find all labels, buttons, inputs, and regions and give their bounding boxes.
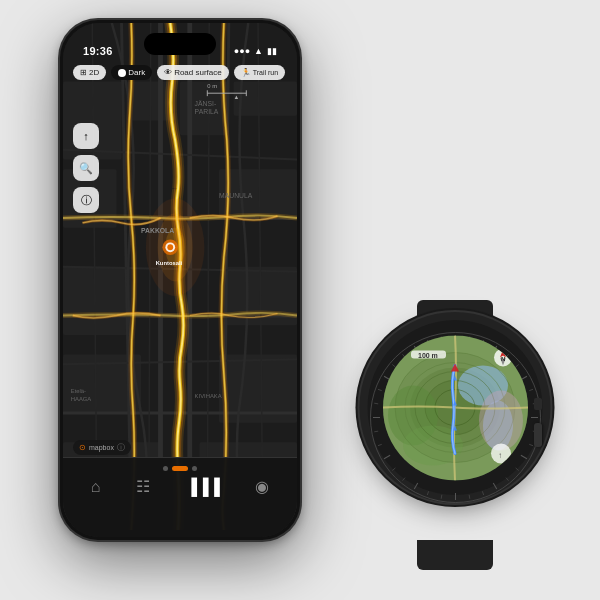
watch-screen: 100 m N ↑ xyxy=(383,335,528,480)
road-icon: 👁 xyxy=(164,68,172,77)
tab-location[interactable]: ◉ xyxy=(255,477,269,496)
location-icon: ◉ xyxy=(255,477,269,496)
svg-rect-7 xyxy=(63,267,131,335)
svg-text:MAUNULA: MAUNULA xyxy=(219,192,253,199)
watch-crown xyxy=(534,423,542,447)
svg-text:100 m: 100 m xyxy=(418,351,438,358)
battery-icon: ▮▮ xyxy=(267,46,277,56)
tab-dot-2 xyxy=(172,466,188,471)
info-circle: ⓘ xyxy=(117,442,125,453)
svg-line-70 xyxy=(482,491,483,495)
svg-line-79 xyxy=(377,389,381,390)
svg-line-53 xyxy=(493,483,497,489)
info-btn[interactable]: ⓘ xyxy=(73,187,99,213)
tab-calendar[interactable]: ☷ xyxy=(136,477,150,496)
status-time: 19:36 xyxy=(83,45,113,57)
tab-dots xyxy=(163,466,197,471)
search-icon: 🔍 xyxy=(79,162,93,175)
phone: 19:36 ●●● ▲ ▮▮ xyxy=(60,20,300,540)
scene: 19:36 ●●● ▲ ▮▮ xyxy=(40,20,560,580)
compass-btn[interactable]: ↑ xyxy=(73,123,99,149)
toolbar-trail[interactable]: 🏃 Trail run xyxy=(234,65,285,80)
watch-body: 100 m N ↑ xyxy=(368,320,543,495)
tab-dot-1 xyxy=(163,466,168,471)
watch: 100 m N ↑ xyxy=(350,310,560,560)
svg-line-67 xyxy=(529,444,533,445)
status-icons: ●●● ▲ ▮▮ xyxy=(234,46,277,56)
chart-icon: ▐▐▐ xyxy=(186,478,220,496)
watch-side-button xyxy=(534,398,542,410)
watch-band-bottom xyxy=(417,540,493,570)
svg-point-45 xyxy=(167,244,173,250)
svg-line-73 xyxy=(427,491,428,495)
toolbar-road[interactable]: 👁 Road surface xyxy=(157,65,229,80)
svg-text:HAAGA: HAAGA xyxy=(71,396,92,402)
svg-line-71 xyxy=(469,495,470,499)
watch-map-svg: 100 m N ↑ xyxy=(383,335,528,480)
svg-line-78 xyxy=(374,403,378,404)
trail-icon: 🏃 xyxy=(241,68,251,77)
tab-chart[interactable]: ▐▐▐ xyxy=(186,478,220,496)
toolbar-dark[interactable]: Dark xyxy=(111,65,152,80)
toolbar-2d[interactable]: ⊞ 2D xyxy=(73,65,106,80)
tab-dot-3 xyxy=(192,466,197,471)
wifi-icon: ▲ xyxy=(254,46,263,56)
map-controls: ↑ 🔍 ⓘ xyxy=(73,123,99,213)
phone-inner: 19:36 ●●● ▲ ▮▮ xyxy=(63,23,297,537)
svg-text:N: N xyxy=(501,355,505,361)
svg-text:Etelä-: Etelä- xyxy=(71,388,86,394)
svg-rect-4 xyxy=(234,82,297,116)
map-toolbar: ⊞ 2D Dark 👁 Road surface 🏃 Trail run xyxy=(63,65,297,80)
svg-line-55 xyxy=(414,483,418,489)
signal-icon: ●●● xyxy=(234,46,250,56)
svg-line-64 xyxy=(529,389,533,390)
tab-home[interactable]: ⌂ xyxy=(91,478,101,496)
svg-text:KIVIHAKA: KIVIHAKA xyxy=(195,393,222,399)
svg-text:PAKKOLA: PAKKOLA xyxy=(141,227,174,234)
tab-bar: ⌂ ☷ ▐▐▐ ◉ xyxy=(63,457,297,537)
svg-line-76 xyxy=(377,444,381,445)
svg-point-97 xyxy=(479,390,523,450)
svg-line-77 xyxy=(374,431,378,432)
mapbox-logo: ⊙ xyxy=(79,443,86,452)
svg-text:0 m: 0 m xyxy=(207,83,217,89)
zoom-search-btn[interactable]: 🔍 xyxy=(73,155,99,181)
svg-text:↑: ↑ xyxy=(498,450,502,459)
svg-text:▲: ▲ xyxy=(234,94,240,100)
home-icon: ⌂ xyxy=(91,478,101,496)
mapbox-badge: ⊙ mapbox ⓘ xyxy=(73,440,131,455)
calendar-icon: ☷ xyxy=(136,477,150,496)
svg-text:Kuntosali: Kuntosali xyxy=(156,260,183,266)
info-icon: ⓘ xyxy=(81,193,92,208)
svg-text:PARILA: PARILA xyxy=(195,108,219,115)
svg-text:JÄNSI-: JÄNSI- xyxy=(195,100,217,107)
map-icon: ⊞ xyxy=(80,68,87,77)
tab-items: ⌂ ☷ ▐▐▐ ◉ xyxy=(63,477,297,496)
compass-icon: ↑ xyxy=(83,130,89,142)
dark-dot xyxy=(118,69,126,77)
svg-line-72 xyxy=(441,495,442,499)
dynamic-island xyxy=(144,33,216,55)
